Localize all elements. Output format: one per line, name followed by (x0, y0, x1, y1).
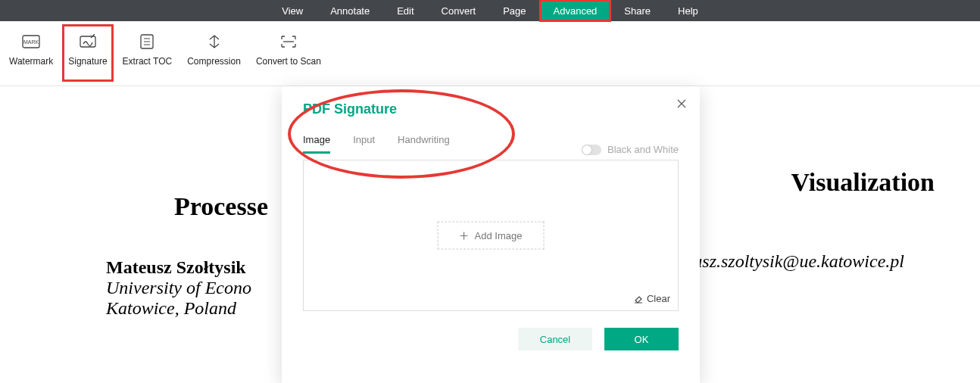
extract-toc-icon (139, 32, 155, 51)
add-image-label: Add Image (475, 230, 523, 241)
menu-view[interactable]: View (268, 0, 317, 21)
convert-to-scan-button[interactable]: Convert to Scan (251, 26, 326, 80)
menu-advanced[interactable]: Advanced (540, 0, 611, 21)
compression-label: Compression (187, 56, 241, 67)
watermark-button[interactable]: MARK Watermark (5, 26, 58, 80)
watermark-icon: MARK (21, 32, 41, 51)
black-and-white-label: Black and White (607, 144, 679, 155)
doc-title-right: Visualization (791, 168, 935, 197)
compression-button[interactable]: Compression (183, 26, 245, 80)
compression-icon (206, 32, 223, 51)
dialog-buttons: Cancel OK (303, 328, 679, 350)
menu-convert[interactable]: Convert (428, 0, 490, 21)
tab-image[interactable]: Image (303, 131, 330, 154)
ribbon-toolbar: MARK Watermark Signature Extract TOC Com… (0, 21, 980, 86)
cancel-button[interactable]: Cancel (518, 328, 592, 350)
menu-edit[interactable]: Edit (383, 0, 427, 21)
ok-button[interactable]: OK (604, 328, 679, 350)
pdf-signature-dialog: PDF Signature Image Input Handwriting Bl… (282, 86, 700, 383)
plus-icon (460, 231, 469, 240)
close-icon (677, 99, 686, 108)
tab-input[interactable]: Input (353, 131, 375, 154)
menu-page[interactable]: Page (489, 0, 539, 21)
signature-canvas: Add Image Clear (303, 160, 679, 311)
convert-to-scan-label: Convert to Scan (256, 56, 321, 67)
add-image-button[interactable]: Add Image (438, 222, 545, 250)
clear-button[interactable]: Clear (633, 293, 670, 304)
black-and-white-toggle[interactable] (582, 145, 601, 155)
convert-to-scan-icon (279, 32, 298, 51)
extract-toc-button[interactable]: Extract TOC (118, 26, 177, 80)
tab-handwriting[interactable]: Handwriting (398, 131, 450, 154)
svg-text:MARK: MARK (23, 39, 39, 45)
signature-button[interactable]: Signature (64, 26, 111, 80)
close-button[interactable] (677, 98, 686, 111)
signature-label: Signature (68, 56, 107, 67)
dialog-title: PDF Signature (303, 101, 679, 117)
top-menubar: View Annotate Edit Convert Page Advanced… (0, 0, 980, 21)
menu-annotate[interactable]: Annotate (317, 0, 383, 21)
menu-share[interactable]: Share (610, 0, 664, 21)
extract-toc-label: Extract TOC (123, 56, 173, 67)
eraser-icon (633, 294, 644, 304)
watermark-label: Watermark (9, 56, 53, 67)
doc-email: eusz.szoltysik@ue.katowice.pl (685, 251, 904, 272)
clear-label: Clear (647, 293, 670, 304)
signature-icon (78, 32, 98, 51)
menu-help[interactable]: Help (664, 0, 712, 21)
black-and-white-toggle-row: Black and White (582, 144, 679, 155)
svg-rect-2 (80, 36, 95, 47)
